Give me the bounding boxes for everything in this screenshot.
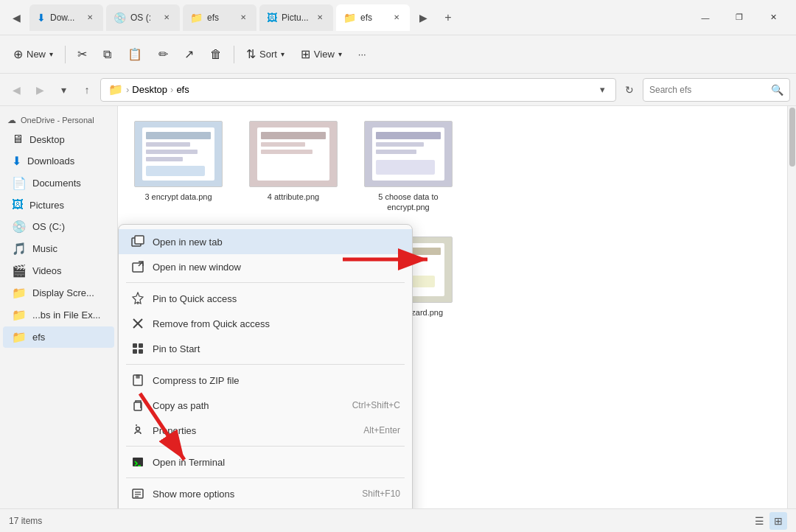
thumb-svg-f1 — [135, 122, 222, 186]
search-box[interactable]: 🔍 — [643, 78, 790, 102]
onedrive-section[interactable]: ☁ OneDrive - Personal — [0, 112, 117, 128]
up-btn[interactable]: ↑ — [77, 80, 97, 100]
tab-os-label: OS (: — [130, 13, 151, 23]
new-button[interactable]: ⊕ New ▾ — [6, 41, 60, 68]
sidebar-music-label: Music — [32, 243, 57, 254]
address-box[interactable]: 📁 › Desktop › efs ▾ — [100, 78, 616, 102]
next-tab-btn[interactable]: ▶ — [413, 7, 433, 28]
svg-rect-66 — [133, 458, 143, 466]
terminal-icon-svg — [131, 455, 144, 469]
tab-pictures[interactable]: 🖼 Pictu... ✕ — [259, 4, 333, 31]
new-chevron-icon: ▾ — [49, 50, 53, 58]
more-icon: ··· — [358, 49, 366, 60]
sidebar-pictures-label: Pictures — [29, 200, 64, 211]
sidebar-item-downloads[interactable]: ⬇ Downloads — [3, 150, 114, 172]
ctx-compress-zip[interactable]: Compress to ZIP file — [119, 368, 412, 393]
more-button[interactable]: ··· — [351, 41, 374, 68]
file-item-f1[interactable]: 3 encrypt data.png — [127, 115, 230, 219]
close-btn[interactable]: ✕ — [756, 6, 790, 29]
file-item-f3[interactable]: 5 choose data to encrypt.png — [357, 115, 460, 219]
ctx-pin-quick-access-icon — [130, 291, 145, 306]
file-thumb-f2 — [249, 121, 338, 187]
refresh-btn[interactable]: ↻ — [619, 80, 640, 100]
forward-btn[interactable]: ▶ — [29, 80, 50, 100]
maximize-btn[interactable]: ❐ — [722, 6, 756, 29]
ctx-show-more[interactable]: Show more options Shift+F10 — [119, 481, 412, 506]
ctx-copy-path-label: Copy as path — [153, 400, 345, 411]
sidebar-item-fileex[interactable]: 📁 ...bs in File Ex... — [3, 304, 114, 326]
cut-button[interactable]: ✂ — [70, 41, 94, 68]
sidebar-item-display[interactable]: 📁 Display Scre... — [3, 282, 114, 304]
tab-efs2-close[interactable]: ✕ — [391, 12, 402, 24]
paste-button[interactable]: 📋 — [120, 41, 150, 68]
zip-icon-svg — [131, 374, 144, 387]
ctx-compress-zip-label: Compress to ZIP file — [153, 375, 400, 386]
address-chevron-icon[interactable]: ▾ — [597, 83, 608, 97]
ctx-open-terminal[interactable]: Open in Terminal — [119, 449, 412, 475]
copy-button[interactable]: ⧉ — [96, 41, 119, 68]
view-label: View — [314, 49, 335, 60]
dropdown-btn[interactable]: ▾ — [53, 80, 74, 100]
svg-rect-4 — [146, 150, 198, 154]
ctx-open-new-window[interactable]: Open in new window — [119, 254, 412, 279]
tab-downloads-close[interactable]: ✕ — [84, 12, 96, 24]
svg-rect-56 — [139, 343, 143, 348]
tab-efs1[interactable]: 📁 efs ✕ — [183, 4, 256, 31]
delete-button[interactable]: 🗑 — [203, 41, 229, 68]
file-name-f1: 3 encrypt data.png — [144, 192, 212, 202]
show-more-icon-svg — [131, 487, 144, 500]
new-window-icon-svg — [131, 260, 144, 273]
sidebar-item-pictures[interactable]: 🖼 Pictures — [3, 195, 114, 215]
ctx-copy-path[interactable]: Copy as path Ctrl+Shift+C — [119, 393, 412, 418]
new-tab-icon-svg — [131, 235, 144, 248]
tab-efs1-close[interactable]: ✕ — [237, 12, 249, 24]
list-view-btn[interactable]: ☰ — [750, 512, 768, 530]
sidebar-item-efs[interactable]: 📁 efs — [3, 326, 114, 348]
ctx-remove-quick-access[interactable]: Remove from Quick access — [119, 311, 412, 336]
svg-rect-55 — [133, 343, 137, 348]
ctx-copy-path-shortcut: Ctrl+Shift+C — [352, 400, 400, 410]
svg-rect-50 — [135, 236, 144, 244]
share-button[interactable]: ↗ — [177, 41, 201, 68]
tab-os-close[interactable]: ✕ — [161, 12, 172, 24]
file-item-f2[interactable]: 4 attribute.png — [242, 115, 345, 219]
ctx-remove-quick-access-label: Remove from Quick access — [153, 318, 400, 329]
search-input[interactable] — [649, 85, 767, 95]
ctx-open-new-tab[interactable]: Open in new tab — [119, 229, 412, 254]
sidebar-item-desktop[interactable]: 🖥 Desktop — [3, 129, 114, 150]
fileex-icon: 📁 — [12, 308, 27, 322]
ctx-pin-start[interactable]: Pin to Start — [119, 336, 412, 361]
context-menu[interactable]: Open in new tab Open in new window — [118, 224, 413, 508]
sidebar-downloads-label: Downloads — [27, 155, 74, 167]
tab-pictures-close[interactable]: ✕ — [314, 12, 326, 24]
new-tab-btn[interactable]: + — [436, 6, 460, 29]
prev-tab-btn[interactable]: ◀ — [6, 7, 27, 28]
ctx-properties-shortcut: Alt+Enter — [363, 425, 400, 435]
sidebar-item-videos[interactable]: 🎬 Videos — [3, 260, 114, 281]
sidebar-item-music[interactable]: 🎵 Music — [3, 238, 114, 259]
sidebar-item-os[interactable]: 💿 OS (C:) — [3, 216, 114, 237]
back-btn[interactable]: ◀ — [6, 80, 27, 100]
tab-os[interactable]: 💿 OS (: ✕ — [106, 4, 180, 31]
sidebar-desktop-label: Desktop — [29, 134, 65, 145]
sort-button[interactable]: ⇅ Sort ▾ — [239, 41, 292, 68]
grid-view-btn[interactable]: ⊞ — [769, 512, 787, 530]
toolbar-sep2 — [234, 46, 234, 63]
documents-icon: 📄 — [12, 176, 27, 190]
ctx-pin-quick-access[interactable]: Pin to Quick access — [119, 286, 412, 311]
rename-button[interactable]: ✏ — [151, 41, 175, 68]
scrollbar[interactable] — [787, 106, 796, 508]
ctx-properties[interactable]: Properties Alt+Enter — [119, 418, 412, 443]
tab-efs2[interactable]: 📁 efs ✕ — [336, 4, 410, 31]
view-button[interactable]: ⊞ View ▾ — [293, 41, 349, 68]
status-bar: 17 items ☰ ⊞ — [0, 508, 796, 532]
ctx-show-more-icon — [130, 486, 145, 501]
svg-rect-3 — [146, 142, 190, 147]
tab-downloads[interactable]: ⬇ Dow... ✕ — [29, 4, 103, 31]
file-thumb-f1 — [134, 121, 223, 187]
sort-label: Sort — [259, 49, 277, 60]
sidebar-item-documents[interactable]: 📄 Documents — [3, 172, 114, 194]
minimize-btn[interactable]: — — [688, 6, 722, 29]
scrollbar-thumb[interactable] — [789, 108, 795, 167]
thumb-svg-f2 — [250, 122, 337, 186]
